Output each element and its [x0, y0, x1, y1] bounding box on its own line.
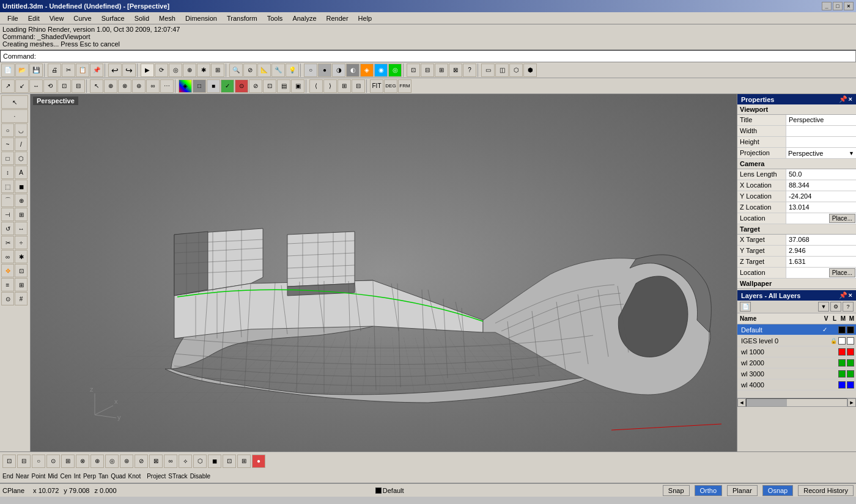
close-button[interactable]: ×	[844, 2, 854, 10]
surface-tool[interactable]: ⬚	[1, 180, 14, 193]
btm-btn9[interactable]: ⊛	[120, 455, 133, 468]
shade6-btn[interactable]: ◉	[374, 64, 388, 77]
redo-btn[interactable]: ↪	[122, 64, 136, 77]
save-btn[interactable]: 💾	[29, 64, 43, 77]
r2-btn16[interactable]: ⊡	[263, 79, 276, 93]
ortho-mode-btn[interactable]: Ortho	[695, 485, 723, 496]
btm-btn6[interactable]: ⊗	[76, 455, 89, 468]
r2-btn6[interactable]: ⊟	[72, 79, 85, 93]
shade4-btn[interactable]: ◐	[346, 64, 360, 77]
menu-analyze[interactable]: Analyze	[287, 13, 321, 23]
viewport[interactable]: Perspective	[31, 94, 737, 451]
xloc-value[interactable]: 88.344	[786, 180, 856, 191]
copy2-tool[interactable]: ⊡	[15, 264, 28, 277]
mirror-tool[interactable]: ⊣	[1, 208, 14, 221]
r2-btn13[interactable]: ✓	[221, 79, 234, 93]
btm-btn13[interactable]: ⟡	[179, 455, 192, 468]
layers-scroll-right[interactable]: ►	[847, 398, 856, 407]
fillet-tool[interactable]: ⌒	[1, 194, 14, 207]
layer-row-iges[interactable]: IGES level 0 🔒	[737, 335, 856, 346]
curve-tool[interactable]: ~	[1, 137, 14, 151]
tb4-btn3[interactable]: 📐	[257, 64, 271, 77]
properties-close-btn[interactable]: ×	[849, 95, 852, 103]
ytarget-value[interactable]: 2.946	[786, 246, 856, 256]
layer-tool[interactable]: ≡	[1, 278, 14, 291]
r2-btn19[interactable]: ⟨	[309, 79, 323, 93]
snap-mode-btn[interactable]: Snap	[663, 485, 690, 496]
minimize-button[interactable]: _	[822, 2, 832, 10]
menu-transform[interactable]: Transform	[222, 13, 262, 23]
layers-scroll-left[interactable]: ◄	[737, 398, 746, 407]
tb6-btn3[interactable]: ⬡	[509, 64, 523, 77]
tb5-btn4[interactable]: ⊠	[449, 64, 462, 77]
layers-close-btn[interactable]: ×	[849, 291, 852, 299]
print-btn[interactable]: 🖨	[48, 64, 61, 77]
rotate-tool[interactable]: ↺	[1, 222, 14, 235]
shade7-btn[interactable]: ◎	[388, 64, 402, 77]
tb6-btn2[interactable]: ◫	[495, 64, 509, 77]
prop-tool[interactable]: ⊞	[15, 278, 28, 291]
layer-row-wl2000[interactable]: wl 2000	[737, 357, 856, 368]
btm-btn5[interactable]: ⊞	[61, 455, 75, 468]
planar-mode-btn[interactable]: Planar	[727, 485, 758, 496]
btm-btn7[interactable]: ⊕	[90, 455, 104, 468]
layer-row-wl3000[interactable]: wl 3000	[737, 368, 856, 379]
layers-filter-btn[interactable]: ▼	[818, 302, 829, 312]
paste-btn[interactable]: 📌	[90, 64, 103, 77]
r2-btn10[interactable]: ⊛	[132, 79, 146, 93]
text-tool[interactable]: A	[15, 166, 28, 179]
zloc-value[interactable]: 13.014	[786, 202, 856, 213]
scale-tool[interactable]: ↔	[15, 222, 28, 235]
tb3-btn1[interactable]: ▶	[141, 64, 154, 77]
join-tool[interactable]: ∞	[1, 250, 14, 263]
lens-value[interactable]: 50.0	[786, 169, 856, 180]
snap-tool[interactable]: ⊙	[1, 292, 14, 305]
undo-btn[interactable]: ↩	[108, 64, 122, 77]
solid-tool[interactable]: ◼	[15, 180, 28, 193]
cut-btn[interactable]: ✂	[62, 64, 75, 77]
cam-place-button[interactable]: Place...	[829, 214, 855, 223]
grid-tool[interactable]: #	[15, 292, 28, 305]
extrude-tool[interactable]: ⊕	[15, 194, 28, 207]
open-btn[interactable]: 📂	[15, 64, 29, 77]
r2-btn11[interactable]: ∞	[146, 79, 160, 93]
tb5-btn1[interactable]: ⊡	[407, 64, 420, 77]
shade1-btn[interactable]: ○	[304, 64, 317, 77]
btm-btn16[interactable]: ⊡	[223, 455, 236, 468]
menu-help[interactable]: Help	[353, 13, 377, 23]
menu-solid[interactable]: Solid	[130, 13, 154, 23]
btm-btn11[interactable]: ⊠	[149, 455, 163, 468]
projection-dropdown-icon[interactable]: ▼	[847, 150, 855, 156]
r2-btn4[interactable]: ⟲	[43, 79, 57, 93]
trim-tool[interactable]: ✂	[1, 236, 14, 249]
line-tool[interactable]: /	[15, 137, 28, 151]
r2-btn9[interactable]: ⊗	[118, 79, 131, 93]
r2-btn20[interactable]: ⟩	[323, 79, 337, 93]
menu-file[interactable]: File	[2, 13, 23, 23]
r2-btn18[interactable]: ▣	[291, 79, 304, 93]
tb5-btn2[interactable]: ⊟	[421, 64, 434, 77]
r2-btn7[interactable]: ↖	[90, 79, 103, 93]
btm-btn2[interactable]: ⊟	[17, 455, 31, 468]
btm-btn15[interactable]: ◼	[208, 455, 221, 468]
btm-btn17[interactable]: ⊞	[237, 455, 251, 468]
r2-btn24[interactable]: DEG	[384, 79, 397, 93]
arc-tool[interactable]: ◡	[15, 123, 28, 137]
circle-tool[interactable]: ○	[1, 123, 14, 137]
btm-btn1[interactable]: ⊡	[2, 455, 16, 468]
xtarget-value[interactable]: 37.068	[786, 235, 856, 245]
poly-tool[interactable]: ⬡	[15, 152, 28, 165]
point-tool[interactable]: ·	[1, 109, 28, 123]
array-tool[interactable]: ⊞	[15, 208, 28, 221]
tb4-btn1[interactable]: 🔍	[229, 64, 243, 77]
explode-tool[interactable]: ✱	[15, 250, 28, 263]
menu-mesh[interactable]: Mesh	[154, 13, 180, 23]
move-tool[interactable]: ✥	[1, 264, 14, 277]
title-value[interactable]: Perspective	[786, 115, 856, 125]
tb4-btn4[interactable]: 🔧	[271, 64, 285, 77]
new-btn[interactable]: 📄	[1, 64, 15, 77]
r2-btn25[interactable]: FRM	[398, 79, 411, 93]
tb4-btn2[interactable]: ⊘	[243, 64, 257, 77]
layer-row-wl1000[interactable]: wl 1000	[737, 346, 856, 357]
r2-btn23[interactable]: FIT	[370, 79, 383, 93]
